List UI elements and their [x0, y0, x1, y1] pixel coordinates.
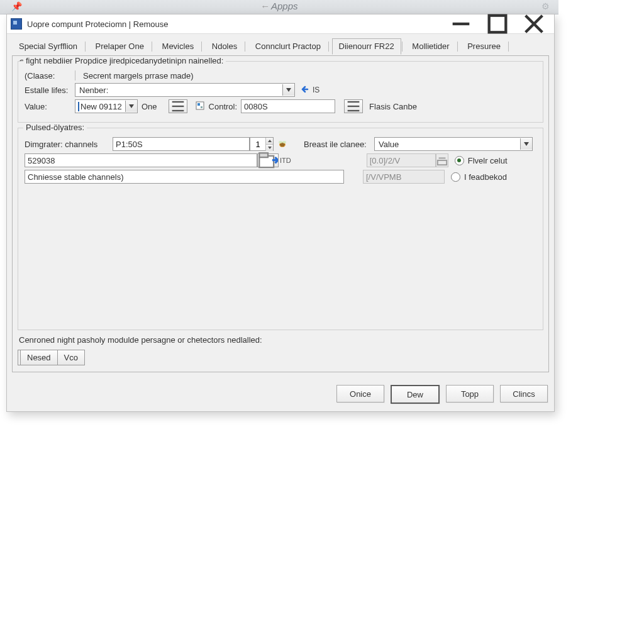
- disabled-pmb-input: [363, 170, 445, 184]
- dimgrater-spin-value[interactable]: [250, 139, 265, 150]
- estalle-combo-text: Nenber:: [78, 86, 282, 95]
- value-one-label: One: [142, 102, 157, 111]
- radio-flvelr[interactable]: Flvelr celut: [455, 156, 508, 165]
- control-input[interactable]: [241, 99, 335, 113]
- svg-rect-22: [259, 153, 268, 158]
- maximize-button[interactable]: [485, 17, 510, 31]
- value-props-button[interactable]: [169, 99, 187, 113]
- flasis-canbe-label: Flasis Canbe: [369, 102, 417, 111]
- row2-input[interactable]: [25, 153, 257, 167]
- svg-rect-1: [489, 16, 506, 33]
- app-switch-text: Appps: [271, 1, 298, 11]
- breast-label: Breast ile clanee:: [304, 140, 374, 149]
- control-label: Control:: [209, 102, 238, 111]
- spin-up-icon[interactable]: [265, 138, 273, 145]
- dialog-window: Uopre compunt Proteciomn | Remouse Speci…: [6, 14, 555, 412]
- tab-page: fight nebdiier Propdice jiredpicedanydet…: [12, 55, 549, 372]
- row3-input[interactable]: [25, 170, 344, 184]
- svg-rect-10: [197, 103, 200, 106]
- clincs-button[interactable]: Clincs: [500, 385, 548, 402]
- svg-marker-20: [524, 142, 529, 146]
- class-label: (Claase:: [25, 71, 75, 80]
- row2-tail: ITD: [280, 157, 291, 164]
- control-props-button[interactable]: [344, 99, 363, 113]
- chevron-down-icon[interactable]: [520, 138, 532, 150]
- chevron-down-icon[interactable]: [282, 84, 294, 96]
- bee-icon[interactable]: [277, 139, 287, 149]
- minimize-button[interactable]: [448, 17, 474, 31]
- topp-button[interactable]: Topp: [446, 385, 494, 402]
- tab-diienourr-fr22[interactable]: Diienourr FR22: [332, 38, 401, 55]
- dialog-button-row: Onice Dew Topp Clincs: [7, 377, 554, 411]
- svg-marker-5: [129, 104, 134, 108]
- title-bar: Uopre compunt Proteciomn | Remouse: [7, 14, 554, 34]
- dimgrater-label: Dimgrater: channels: [25, 140, 113, 149]
- class-value: Secrent margels prrase made): [83, 71, 194, 80]
- tab-mollietider[interactable]: Mollietider: [405, 38, 456, 54]
- row2-browse-button[interactable]: [257, 153, 279, 167]
- group-pulsed: Pulsed-ölyatres: Dimgrater: channels Bre…: [18, 128, 543, 330]
- svg-marker-16: [268, 147, 272, 149]
- tab-presuree[interactable]: Presuree: [460, 38, 508, 54]
- tab-special-syrfflion[interactable]: Special Syrfflion: [12, 38, 84, 54]
- disabled-volt-button: [436, 153, 448, 167]
- spin-down-icon[interactable]: [265, 145, 273, 151]
- radio-icon: [451, 172, 460, 182]
- dew-button[interactable]: Dew: [391, 385, 440, 404]
- radio-feadbekod-label: I feadbekod: [464, 172, 507, 182]
- radio-icon: [455, 156, 464, 165]
- pin-icon: 📌: [11, 1, 22, 11]
- radio-feadbekod[interactable]: I feadbekod: [451, 172, 507, 182]
- is-suffix: IS: [313, 86, 319, 94]
- tab-prelaper-one[interactable]: Prelaper One: [89, 38, 151, 54]
- breast-combo[interactable]: Value: [374, 137, 533, 151]
- dimgrater-spin[interactable]: [250, 137, 274, 151]
- app-icon: [11, 18, 22, 30]
- tab-connclurt-practop[interactable]: Connclurt Practop: [248, 38, 328, 54]
- tab-mevicles[interactable]: Mevicles: [155, 38, 201, 54]
- close-button[interactable]: [521, 17, 547, 31]
- onice-button[interactable]: Onice: [336, 385, 384, 402]
- seg-nesed-button[interactable]: Nesed: [21, 350, 57, 365]
- group-properties: fight nebdiier Propdice jiredpicedanydet…: [18, 61, 543, 123]
- estalle-combo[interactable]: Nenber:: [75, 83, 295, 97]
- value-combo-text: New 09112: [78, 102, 125, 111]
- breast-combo-text: Value: [377, 140, 520, 149]
- dimgrater-input[interactable]: [113, 137, 250, 151]
- segmented-buttons: Nesed Vco: [18, 350, 85, 365]
- chevron-down-icon[interactable]: [125, 101, 137, 112]
- disabled-volt-input: [367, 153, 436, 167]
- value-combo[interactable]: New 09112: [75, 99, 138, 113]
- svg-marker-15: [268, 140, 272, 142]
- tab-ndoles[interactable]: Ndoles: [205, 38, 244, 54]
- value-label: Value:: [25, 102, 75, 111]
- seg-vco-button[interactable]: Vco: [57, 350, 84, 365]
- window-title: Uopre compunt Proteciomn | Remouse: [27, 19, 448, 29]
- svg-rect-11: [201, 106, 203, 108]
- svg-marker-4: [286, 88, 291, 92]
- app-switch-label: ←Appps: [260, 1, 298, 11]
- arrow-icon[interactable]: [301, 84, 311, 96]
- svg-rect-23: [438, 160, 447, 165]
- group-properties-legend: fight nebdiier Propdice jiredpicedanydet…: [23, 56, 226, 65]
- background-toolbar: 📌 ←Appps ⚙: [0, 0, 558, 14]
- gear-icon[interactable]: ⚙: [541, 1, 550, 11]
- estalle-label: Estalle lifes:: [25, 86, 75, 95]
- tab-strip: Special Syrfflion Prelaper One Mevicles …: [7, 34, 554, 55]
- radio-flvelr-label: Flvelr celut: [468, 156, 508, 165]
- svg-point-18: [279, 141, 282, 143]
- group-pulsed-legend: Pulsed-ölyatres:: [23, 123, 87, 132]
- svg-point-19: [282, 141, 286, 143]
- footer-note: Cenroned night pasholy modulde persagne …: [19, 335, 543, 345]
- control-icon[interactable]: [195, 101, 205, 113]
